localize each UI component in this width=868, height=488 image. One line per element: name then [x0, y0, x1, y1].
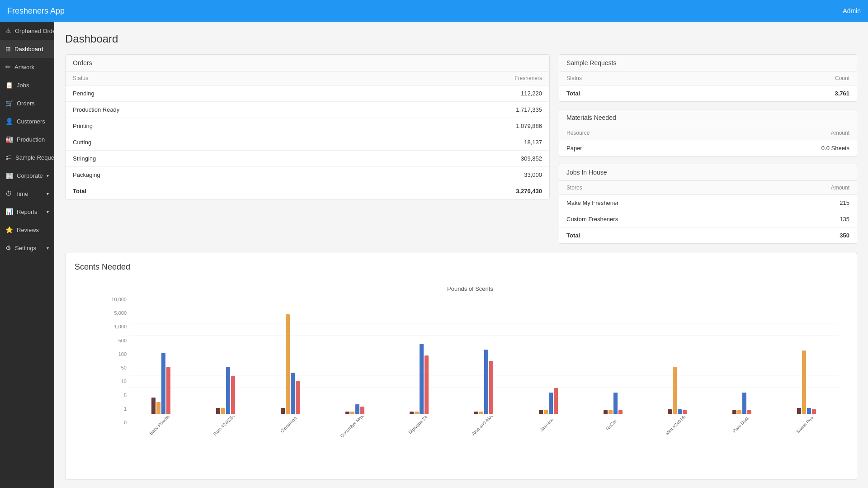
sidebar-label: Time [15, 190, 28, 197]
sidebar-item-artwork[interactable]: ✏Artwork [0, 58, 54, 76]
topbar: Fresheners App Admin [0, 0, 868, 22]
sidebar-item-customers[interactable]: 👤Customers [0, 112, 54, 130]
sidebar-item-production[interactable]: 🏭Production [0, 130, 54, 148]
chart-bar [812, 409, 816, 414]
app-title: Fresheners App [7, 6, 65, 16]
chart-bar [360, 407, 364, 414]
chevron-icon: ▾ [47, 191, 49, 196]
mat-col-amount: Amount [699, 126, 857, 140]
chart-bar [678, 409, 682, 414]
x-axis-label: NuCar [587, 416, 649, 443]
chart-bar [668, 409, 672, 414]
x-axis-label: Mint #240140 [651, 416, 714, 443]
chart-bar [291, 373, 295, 414]
chevron-icon: ▾ [47, 246, 49, 251]
sidebar-item-reviews[interactable]: ⭐Reviews [0, 221, 54, 239]
dashboard-icon: ⊞ [5, 45, 11, 52]
sidebar-label: Settings [15, 245, 36, 251]
chevron-icon: ▾ [47, 209, 49, 214]
chart-bar [604, 410, 608, 414]
sidebar-label: Dashboard [14, 46, 43, 52]
y-axis: 10,000 5,000 1,000 500 100 50 10 5 1 0 [102, 297, 127, 425]
jobs-in-house-card: Jobs In House Stores Amount Make My Fres… [559, 164, 857, 244]
sr-total-value: 3,761 [710, 85, 857, 102]
sidebar-item-orphaned-orders[interactable]: ⚠Orphaned Orders [0, 22, 54, 40]
chart-bar [742, 393, 746, 414]
table-row: Printing1,079,886 [66, 118, 549, 134]
sr-total-label: Total [559, 85, 710, 102]
table-row: Stringing309,852 [66, 151, 549, 167]
chart-bar [425, 355, 429, 414]
bar-group [322, 297, 387, 414]
table-row: Total 3,761 [559, 85, 857, 102]
sidebar-item-sample-requests[interactable]: 🏷Sample Requests▾ [0, 148, 54, 166]
settings-icon: ⚙ [5, 244, 11, 251]
chart-title: Pounds of Scents [102, 285, 839, 292]
chart-bar [673, 367, 677, 414]
table-row: Paper0.0 Sheets [559, 140, 857, 156]
table-row: Total3,270,430 [66, 183, 549, 199]
jobs-icon: 📋 [5, 81, 13, 89]
chart-bar [544, 410, 548, 414]
chart-bar [161, 353, 165, 414]
chart-bar [166, 367, 170, 414]
sidebar-label: Reviews [17, 227, 39, 233]
sidebar-item-jobs[interactable]: 📋Jobs [0, 76, 54, 94]
x-axis-label: Baby Powder [135, 416, 198, 443]
production-icon: 🏭 [5, 136, 13, 143]
jobs-col-amount: Amount [758, 181, 857, 195]
chart-bar [484, 350, 488, 414]
mat-col-resource: Resource [559, 126, 699, 140]
chart-bar [683, 410, 687, 414]
sidebar-item-settings[interactable]: ⚙Settings▾ [0, 239, 54, 257]
chart-bar [281, 408, 285, 414]
sidebar-label: Customers [17, 118, 45, 125]
sidebar-label: Artwork [14, 64, 34, 71]
chart-bar [732, 410, 736, 414]
chart-bar [415, 412, 419, 414]
chart-bar [216, 408, 220, 414]
corporate-icon: 🏢 [5, 172, 13, 179]
chart-bar [554, 388, 558, 414]
chart-bar [539, 410, 543, 414]
table-row: Packaging33,000 [66, 167, 549, 183]
sidebar-item-dashboard[interactable]: ⊞Dashboard [0, 40, 54, 58]
sidebar-label: Orphaned Orders [15, 28, 54, 34]
chart-bar [345, 412, 349, 414]
chart-bar [474, 412, 478, 414]
x-axis-label: Cinnamon [264, 416, 326, 443]
sr-col-count: Count [710, 71, 857, 85]
sample-requests-icon: 🏷 [5, 154, 12, 161]
sidebar-item-corporate[interactable]: 🏢Corporate▾ [0, 166, 54, 185]
orders-table: Status Fresheners Pending112,220Producti… [66, 71, 549, 199]
chevron-icon: ▾ [47, 173, 49, 178]
sidebar: ⚠Orphaned Orders⊞Dashboard✏Artwork📋Jobs🛒… [0, 22, 54, 488]
table-row: Total350 [559, 227, 857, 244]
materials-card: Materials Needed Resource Amount Paper0.… [559, 109, 857, 156]
sidebar-item-orders[interactable]: 🛒Orders [0, 94, 54, 112]
orders-icon: 🛒 [5, 99, 13, 107]
time-icon: ⏱ [5, 190, 12, 197]
chart-bar [747, 410, 751, 414]
chart-bar [231, 376, 235, 414]
bar-group [258, 297, 322, 414]
chart-bar [156, 402, 160, 414]
sidebar-item-time[interactable]: ⏱Time▾ [0, 185, 54, 203]
bar-group [580, 297, 645, 414]
sr-col-status: Status [559, 71, 710, 85]
x-axis-label: Jasmine [522, 416, 585, 443]
admin-button[interactable]: Admin [843, 7, 861, 14]
chart-bar [226, 367, 230, 414]
main-content: Dashboard Orders Status Fresheners Pendi… [54, 22, 868, 488]
page-title: Dashboard [65, 33, 857, 45]
sidebar-item-reports[interactable]: 📊Reports▾ [0, 203, 54, 221]
x-axis-label: Sweet Pea [780, 416, 839, 443]
chart-bar [221, 408, 225, 414]
sidebar-label: Production [17, 136, 45, 143]
chart-bar [355, 404, 359, 414]
x-axis-label: Aloe and Aloe [458, 416, 520, 443]
reviews-icon: ⭐ [5, 226, 13, 233]
bars-row [129, 297, 839, 414]
sidebar-label: Reports [17, 208, 38, 215]
bar-group [516, 297, 580, 414]
